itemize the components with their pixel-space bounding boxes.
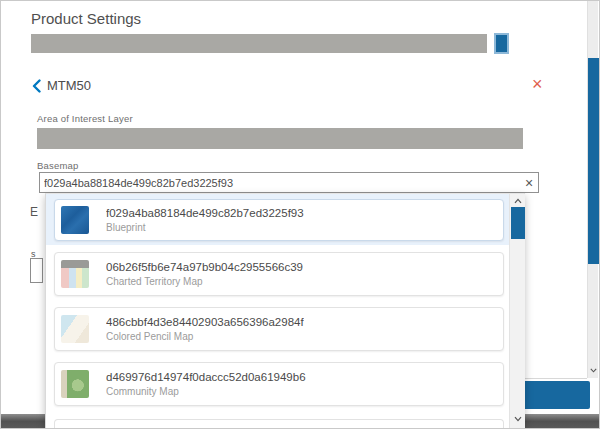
footer-divider <box>523 378 587 379</box>
basemap-combobox[interactable]: × <box>39 172 539 193</box>
close-icon[interactable]: × <box>532 75 543 93</box>
basemap-option-name: Community Map <box>106 386 306 397</box>
redacted-setting-bar <box>31 34 487 53</box>
colored-pencil-thumbnail <box>61 315 89 343</box>
basemap-option-charted-territory[interactable]: 06b26f5fb6e74a97b9b04c2955566c39 Charted… <box>54 252 504 296</box>
obscured-checkbox[interactable] <box>30 258 43 283</box>
basemap-option-name: Blueprint <box>106 222 304 233</box>
back-nav[interactable]: MTM50 <box>32 78 91 93</box>
obscured-label-fragment: E <box>30 205 38 219</box>
product-settings-window: Product Settings MTM50 × Area of Interes… <box>0 0 600 429</box>
basemap-option-blueprint[interactable]: f029a4ba88184de499c82b7ed3225f93 Bluepri… <box>54 199 504 241</box>
basemap-option-partial[interactable] <box>54 419 504 429</box>
basemap-option-name: Colored Pencil Map <box>106 331 304 342</box>
dialog-scrollbar[interactable] <box>587 1 598 378</box>
clear-input-icon[interactable]: × <box>520 176 538 190</box>
aoi-field-label: Area of Interest Layer <box>37 113 133 124</box>
dropdown-scroll-up-icon[interactable] <box>510 194 526 207</box>
basemap-option-colored-pencil[interactable]: 486cbbf4d3e84402903a656396a2984f Colored… <box>54 307 504 351</box>
slider-handle[interactable] <box>494 33 509 54</box>
primary-action-button[interactable] <box>523 381 590 409</box>
basemap-dropdown-list: f029a4ba88184de499c82b7ed3225f93 Bluepri… <box>45 193 525 429</box>
community-map-thumbnail <box>61 370 89 398</box>
basemap-option-id: d469976d14974f0daccc52d0a61949b6 <box>106 371 306 383</box>
basemap-option-name: Charted Territory Map <box>106 276 303 287</box>
basemap-input[interactable] <box>40 177 520 189</box>
page-title: Product Settings <box>31 10 141 27</box>
dialog-scrollbar-thumb[interactable] <box>588 58 599 264</box>
basemap-option-id: 486cbbf4d3e84402903a656396a2984f <box>106 316 304 328</box>
dropdown-scrollbar-thumb[interactable] <box>511 207 525 239</box>
dropdown-scroll-down-icon[interactable] <box>510 412 526 425</box>
dropdown-scrollbar[interactable] <box>509 194 525 429</box>
blueprint-thumbnail <box>61 206 89 234</box>
product-name-label: MTM50 <box>47 78 91 93</box>
charted-territory-thumbnail <box>61 260 89 288</box>
basemap-field-label: Basemap <box>37 160 79 171</box>
basemap-option-id: 06b26f5fb6e74a97b9b04c2955566c39 <box>106 261 303 273</box>
basemap-option-id: f029a4ba88184de499c82b7ed3225f93 <box>106 207 304 219</box>
aoi-redacted-input[interactable] <box>37 128 523 149</box>
dialog-scroll-down-icon[interactable] <box>588 363 599 377</box>
basemap-option-community[interactable]: d469976d14974f0daccc52d0a61949b6 Communi… <box>54 362 504 406</box>
chevron-left-icon <box>32 79 41 93</box>
